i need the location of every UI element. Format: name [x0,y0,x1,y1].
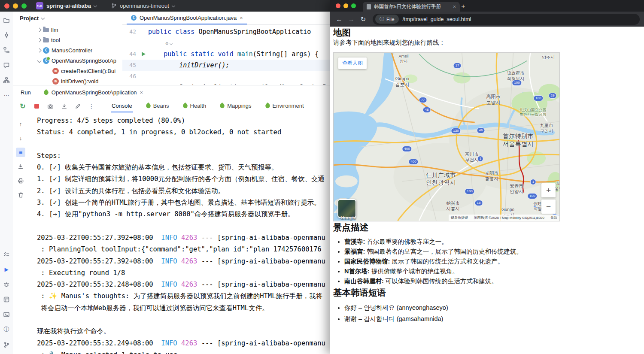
hierarchy-tool-icon[interactable] [2,76,11,85]
git-tool-icon[interactable] [2,340,11,349]
debug-tool-icon[interactable] [2,280,11,289]
class-icon: C [43,47,49,54]
vcs-branch-widget[interactable]: openmanus-timeout [111,3,175,9]
ai-chat-tool-icon[interactable] [2,61,11,70]
zoom-window-button[interactable] [351,3,356,8]
up-stack-trace-icon[interactable]: ↑ [16,119,25,129]
project-selector[interactable]: spring-ai-alibaba [46,3,91,9]
road-number-badge: 100 [512,80,522,86]
close-tab-icon[interactable]: × [453,4,456,9]
editor-tab[interactable]: C OpenManusSpringBootApplication.java × [127,12,247,24]
code-line[interactable]: 42public class OpenManusSpringBootApplic… [122,26,330,37]
run-view-tab-label: Health [190,103,207,109]
console-side-toolbar: ↑ ↓ ≡ [13,112,28,354]
run-gutter-icon[interactable] [139,48,148,60]
map-place-label: 高阳市고양시 [486,94,501,106]
close-tab-icon[interactable]: × [140,90,143,95]
project-tree-item[interactable]: minitDriver():void [13,76,122,85]
zoom-window-button[interactable] [21,3,27,9]
down-stack-trace-icon[interactable]: ↓ [16,133,25,143]
map-attribution-item[interactable]: 键盘快捷键 [451,215,468,220]
address-bar[interactable]: ⓘ File /tmp/travel_guide_seoul.html [373,14,640,25]
project-tool-icon[interactable] [2,16,11,24]
run-tab-title: OpenManusSpringBootApplication [52,89,137,96]
code-text: ⚙ [148,37,330,48]
commit-tool-icon[interactable] [2,31,11,39]
attraction-name: N首尔塔: [344,268,370,275]
edit-configuration-icon[interactable] [74,102,82,110]
scroll-to-end-icon[interactable] [16,162,25,171]
close-window-button[interactable] [4,3,9,9]
run-tool-icon[interactable]: ▶ [2,265,11,274]
terminal-tool-icon[interactable] [2,310,11,319]
zoom-in-button[interactable]: + [541,183,556,197]
code-text: public class OpenManusSpringBootApplicat… [148,26,330,37]
clear-console-icon[interactable] [16,190,25,200]
rerun-icon[interactable]: ↻ [19,102,27,110]
minimize-window-button[interactable] [343,3,348,8]
attach-import-icon[interactable] [60,102,68,110]
line-number [122,82,139,85]
browser-tab[interactable]: 韩国首尔5日文化体验旅行手册 × [363,2,460,12]
tree-item-label: llm [51,27,58,33]
line-number: 46 [122,71,139,82]
todo-tool-icon[interactable] [2,250,11,259]
site-info-chip[interactable]: ⓘ File [375,15,399,24]
intention-gear-icon[interactable]: ⚙ [165,38,172,48]
code-line[interactable]: ⚙ [122,37,330,48]
google-map-embed[interactable]: 양주시Amsil암사议政府市의정부시Gimpo김포시高阳市고양시北汉山国立公园북… [333,52,560,221]
code-line[interactable]: SpringApplication.run(OpenManusSpringBoo… [122,82,330,85]
console-output[interactable]: Progress: 4/5 steps completed (80.0%)Sta… [28,112,330,354]
tree-chevron-icon[interactable] [37,27,42,32]
project-tree-item[interactable]: tool [13,35,122,45]
tree-chevron-icon[interactable] [37,48,42,52]
screen: SA spring-ai-alibaba openmanus-timeout ⋯… [0,0,644,354]
attraction-name: 南山谷韩屋村: [344,278,384,284]
code-area[interactable]: 42public class OpenManusSpringBootApplic… [122,25,330,85]
close-window-button[interactable] [336,3,340,8]
problems-tool-icon[interactable]: ⓘ [2,325,11,334]
map-place-label: Gimpo김포시 [395,76,410,88]
console-line: 2025-03-22T00:55:32.248+08:00 INFO 4263 … [37,279,330,290]
road-number-badge: 400 [408,159,418,165]
tree-chevron-icon[interactable] [37,58,42,63]
stop-icon[interactable] [33,102,40,110]
close-tab-icon[interactable]: × [240,15,243,21]
view-larger-map-button[interactable]: 查看大图 [338,57,367,69]
minimize-window-button[interactable] [13,3,18,9]
code-line[interactable]: 46 [122,71,330,82]
run-view-tab-environment[interactable]: Environment [264,100,305,112]
map-place-label: Amsil암사 [398,54,408,64]
new-tab-button[interactable]: + [459,2,468,11]
reload-icon[interactable]: ↻ [358,14,368,24]
back-icon[interactable]: ← [334,14,344,24]
more-tools-icon[interactable]: ⋯ [2,91,11,100]
project-panel-header[interactable]: Project [13,12,122,24]
project-tree-item[interactable]: llm [13,24,122,35]
map-attribution-item[interactable]: 条款 [550,215,557,220]
attractions-list: 曹溪寺: 首尔最重要的佛教寺庙之一。景福宫: 韩国最著名的皇宫之一，展示了韩国的… [333,237,641,286]
more-options-icon[interactable]: ⋮ [88,102,95,110]
run-view-tab-health[interactable]: Health [182,100,207,112]
services-tool-icon[interactable] [2,295,11,304]
console-line: : PlanningTool toolInput:{"command":"get… [37,244,330,255]
tree-item-label: ManusController [52,47,92,54]
print-icon[interactable] [16,176,25,185]
zoom-out-button[interactable]: − [541,200,556,214]
run-view-tab-beans[interactable]: Beans [145,100,170,112]
thread-dump-camera-icon[interactable] [46,102,54,110]
soft-wrap-icon[interactable]: ≡ [16,148,25,157]
structure-tool-icon[interactable] [2,46,11,54]
tree-chevron-icon[interactable] [37,38,42,42]
project-tree-item[interactable]: COpenManusSpringBootAp [13,55,122,66]
spring-leaf-icon [182,102,188,109]
code-line[interactable]: 45 initDriver(); [122,60,330,71]
run-view-tab-mappings[interactable]: Mappings [219,100,252,112]
code-line[interactable]: 44 public static void main(String[] args… [122,48,330,60]
console-line: 1. [✓] 制定详细的预算计划，将10000元分配到旅行的各个方面（例如机票、… [37,173,330,185]
run-view-tab-console[interactable]: Console [111,100,133,112]
project-tree-item[interactable]: CManusController [13,45,122,55]
project-tree-item[interactable]: mcreateRestClient():Bui [13,66,122,76]
map-place-label: 首尔特别市서울특별시 [503,133,534,148]
run-configuration-tab[interactable]: OpenManusSpringBootApplication × [41,85,146,100]
